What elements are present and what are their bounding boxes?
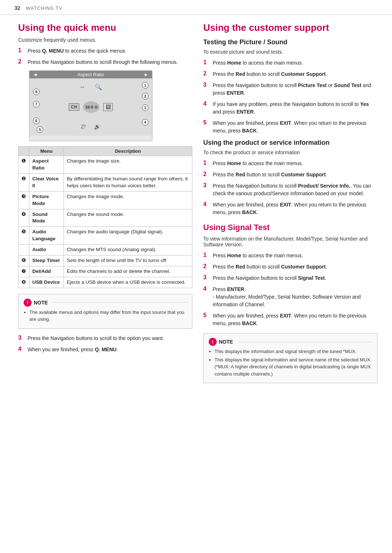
left-note-text: The available menus and options may diff… <box>24 309 187 323</box>
table-cell-num: ❹ <box>19 209 29 227</box>
ps-step-num-4: 4 <box>203 101 210 107</box>
table-cell-num: ❺ <box>19 227 29 245</box>
diagram-right-arrow: ► <box>144 72 148 77</box>
diagram-body: CH 16:9 ⊙ 🖼 ↔ 🔍 Z² 🔊 <box>29 78 152 136</box>
table-cell-num: ❼ <box>19 266 29 277</box>
table-cell-num: ❻ <box>19 255 29 266</box>
table-cell-num: ❶ <box>19 156 29 174</box>
step-text-3: Press the Navigation buttons to scroll t… <box>28 335 164 342</box>
st-step-1: 1 Press Home to access the main menus. <box>203 252 377 259</box>
menu-diagram: ◄ Aspect Ratio ► CH 16:9 ⊙ 🖼 <box>29 70 152 141</box>
table-cell-menu: Del/Add <box>29 266 64 277</box>
col-header-menu: Menu <box>29 147 64 156</box>
menu-diagram-container: ◄ Aspect Ratio ► CH 16:9 ⊙ 🖼 <box>29 70 160 141</box>
top-center-icons: ↔ 🔍 <box>79 83 102 90</box>
callout-2: 2 <box>142 93 148 99</box>
note-label: NOTE <box>34 300 48 306</box>
col-header-num <box>19 147 29 156</box>
left-section-title: Using the quick menu <box>18 22 192 33</box>
table-cell-menu: Picture Mode <box>29 191 64 209</box>
st-step-text-4: Press ENTER.- Manufacturer, Model/Type, … <box>213 286 377 308</box>
left-steps-cont: 3 Press the Navigation buttons to scroll… <box>18 335 192 353</box>
st-step-text-2: Press the Red button to scroll Customer … <box>213 263 327 271</box>
step-item-1: 1 Press Q. MENU to access the quick menu… <box>18 47 192 55</box>
step-num-1: 1 <box>18 47 25 54</box>
ps-step-num-3: 3 <box>203 82 210 88</box>
note-icon: ! <box>24 299 32 307</box>
right-note-icon: ! <box>209 338 217 346</box>
ps-step-num-2: 2 <box>203 70 210 77</box>
ps-step-text-5: When you are finished, press EXIT. When … <box>213 119 377 135</box>
table-cell-num <box>19 245 29 255</box>
menu-table: Menu Description ❶ Aspect Ratio Changes … <box>18 146 192 288</box>
signal-test-title: Using Signal Test <box>203 223 377 232</box>
diagram-title-bar: ◄ Aspect Ratio ► <box>29 71 152 78</box>
signal-test-steps: 1 Press Home to access the main menus. 2… <box>203 252 377 327</box>
ps-step-num-1: 1 <box>203 59 210 66</box>
ps-step-text-4: If you have any problem, press the Navig… <box>213 101 377 116</box>
table-cell-menu: Sound Mode <box>29 209 64 227</box>
callout-8: 8 <box>33 89 40 95</box>
ps-step-3: 3 Press the Navigation buttons to scroll… <box>203 82 377 97</box>
table-cell-menu: USB Device <box>29 277 64 288</box>
psi-step-num-2: 2 <box>203 171 210 177</box>
table-cell-num: ❽ <box>19 277 29 288</box>
picture-sound-steps: 1 Press Home to access the main menus. 2… <box>203 59 377 135</box>
st-step-4: 4 Press ENTER.- Manufacturer, Model/Type… <box>203 286 377 308</box>
right-note-label: NOTE <box>219 339 233 345</box>
left-column: Using the quick menu Customize frequentl… <box>18 22 192 389</box>
psi-step-4: 4 When you are finished, press EXIT. Whe… <box>203 201 377 216</box>
table-row: ❷ Clear Voice II By differentiating the … <box>19 173 192 191</box>
note-bullet: The available menus and options may diff… <box>29 309 187 323</box>
psi-step-text-4: When you are finished, press EXIT. When … <box>213 201 377 216</box>
signal-test-intro: To view information on the Manufacturer,… <box>203 236 377 247</box>
table-cell-desc: Changes the audio language (Digital sign… <box>64 227 192 245</box>
bottom-center-icons: Z² 🔊 <box>81 123 101 130</box>
note-header: ! NOTE <box>24 299 187 307</box>
callout-4: 4 <box>142 119 148 126</box>
table-cell-desc: Changes the image size. <box>64 156 192 174</box>
note-bullet: This displays the information and signal… <box>215 348 372 355</box>
table-cell-menu: Aspect Ratio <box>29 156 64 174</box>
ps-step-text-3: Press the Navigation buttons to scroll P… <box>213 82 377 97</box>
psi-step-num-3: 3 <box>203 182 210 189</box>
st-step-num-1: 1 <box>203 252 210 258</box>
picture-sound-intro: To execute picture and sound tests. <box>203 49 377 55</box>
table-row: ❸ Picture Mode Changes the image mode. <box>19 191 192 209</box>
psi-step-3: 3 Press the Navigation buttons to scroll… <box>203 182 377 197</box>
left-steps-initial: 1 Press Q. MENU to access the quick menu… <box>18 47 192 66</box>
st-step-num-2: 2 <box>203 263 210 270</box>
table-cell-desc: Sets the length of time until the TV to … <box>64 255 192 266</box>
right-section-title: Using the customer support <box>203 22 377 33</box>
table-cell-num: ❷ <box>19 173 29 191</box>
step-text-1: Press Q. MENU to access the quick menus. <box>28 47 126 55</box>
table-cell-num: ❸ <box>19 191 29 209</box>
icon-top-left: ↔ <box>79 84 85 90</box>
st-step-2: 2 Press the Red button to scroll Custome… <box>203 263 377 271</box>
step-item-2: 2 Press the Navigation buttons to scroll… <box>18 58 192 66</box>
st-step-text-5: When you are finished, press EXIT. When … <box>213 312 377 327</box>
table-cell-desc: Changes the image mode. <box>64 191 192 209</box>
callout-7: 7 <box>33 101 40 107</box>
ps-step-5: 5 When you are finished, press EXIT. Whe… <box>203 119 377 135</box>
psi-step-2: 2 Press the Red button to scroll Custome… <box>203 171 377 179</box>
icon-sleep: Z² <box>81 123 86 130</box>
right-note-box: ! NOTE This displays the information and… <box>203 333 377 383</box>
st-step-num-4: 4 <box>203 286 210 292</box>
table-row: ❹ Sound Mode Changes the sound mode. <box>19 209 192 227</box>
step-num-2: 2 <box>18 58 25 65</box>
diagram-title: Aspect Ratio <box>77 72 104 77</box>
ps-step-num-5: 5 <box>203 119 210 126</box>
table-cell-menu: Audio <box>29 245 64 255</box>
table-cell-desc: By differentiating the human sound range… <box>64 173 192 191</box>
image-icon: 🖼 <box>103 103 113 111</box>
step-text-2: Press the Navigation buttons to scroll t… <box>28 58 178 66</box>
st-step-num-5: 5 <box>203 312 210 319</box>
step-item-3: 3 Press the Navigation buttons to scroll… <box>18 335 192 342</box>
table-cell-menu: Sleep Timer <box>29 255 64 266</box>
picture-sound-subtitle: Testing the Picture / Sound <box>203 38 377 46</box>
step-num-3: 3 <box>18 335 25 341</box>
st-step-text-1: Press Home to access the main menus. <box>213 252 303 259</box>
table-row: Audio Changes the MTS sound (Analog sign… <box>19 245 192 255</box>
table-cell-desc: Ejects a USB device when a USB device is… <box>64 277 192 288</box>
